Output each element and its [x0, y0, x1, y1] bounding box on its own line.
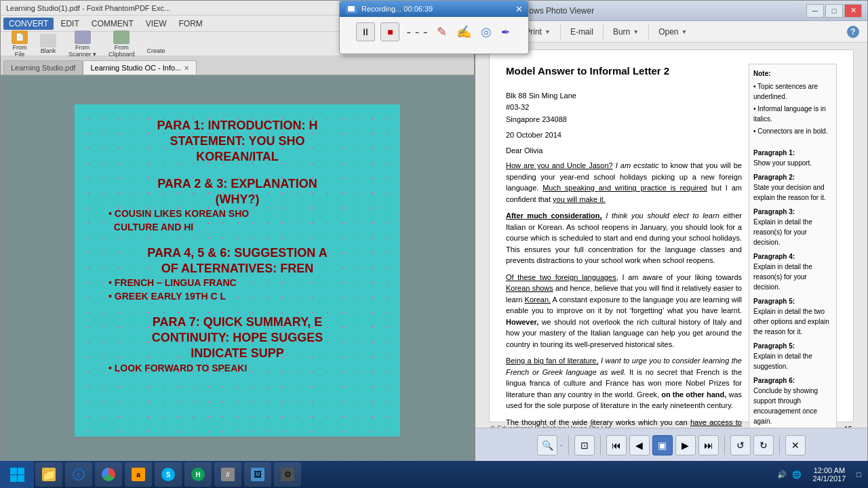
hangouts-icon: H — [191, 468, 205, 481]
taskbar-item-chrome[interactable] — [95, 462, 122, 487]
pdf-tabs: Learning Studio.pdf Learning Studio OC -… — [1, 56, 474, 75]
pause-button[interactable]: ⏸ — [356, 22, 375, 41]
note-box: Note: • Topic sentences are underlined. … — [749, 64, 837, 428]
taskbar: 📁 e a S H # 🖼 ⚙ 🔊 🌐 1 — [0, 461, 868, 488]
tab-learning-studio[interactable]: Learning Studio.pdf — [3, 60, 83, 75]
para-note-3: Paragraph 3: — [753, 207, 832, 217]
annotation-tool-2[interactable]: ✍ — [456, 24, 471, 39]
zoom-search-button[interactable]: 🔍 — [537, 435, 557, 455]
email-menu[interactable]: E-mail — [562, 24, 601, 39]
taskbar-clock: 12:00 AM 24/1/2017 — [807, 466, 851, 483]
first-page-button[interactable]: ⏮ — [606, 435, 627, 455]
para1-title: PARA 1: INTRODUCTION: H — [88, 118, 387, 134]
para7-line3: INDICATE SUPP — [88, 346, 387, 361]
photo-viewer-window: ILL2.3 - Windows Photo Viewer ─ □ ✕ File… — [475, 0, 868, 461]
para1-line3: KOREAN/ITAL — [88, 149, 387, 165]
menu-view[interactable]: VIEW — [140, 18, 172, 30]
dashed-line-button[interactable]: - - - — [406, 24, 427, 40]
chrome-icon — [102, 468, 115, 481]
slide-para-7: PARA 7: QUICK SUMMARY, E CONTINUITY: HOP… — [88, 314, 387, 375]
window-controls: ─ □ ✕ — [806, 4, 862, 18]
menu-comment[interactable]: COMMENT — [86, 18, 139, 30]
minimize-button[interactable]: ─ — [806, 4, 824, 18]
open-dropdown-arrow: ▼ — [682, 28, 688, 35]
taskbar-item-explorer[interactable]: 📁 — [35, 462, 62, 487]
tab-close-button[interactable]: ✕ — [184, 64, 189, 72]
taskbar-item-ie[interactable]: e — [65, 462, 92, 487]
taskbar-item-skype[interactable]: S — [155, 462, 182, 487]
current-page-button[interactable]: ▣ — [652, 435, 673, 455]
para-note-2: Paragraph 2: — [753, 172, 832, 182]
windows-logo — [9, 466, 25, 483]
notification-area[interactable]: □ — [856, 470, 861, 479]
from-file-button[interactable]: 📄 From File — [6, 29, 33, 59]
annotation-tool-1[interactable]: ✎ — [437, 24, 447, 39]
open-menu[interactable]: Open ▼ — [650, 24, 695, 39]
nav-sep-3 — [724, 436, 725, 455]
letter-box: Note: • Topic sentences are underlined. … — [489, 49, 854, 422]
recording-titlebar: Recording... 00:06:39 ✕ — [340, 1, 528, 17]
from-scanner-button[interactable]: From Scanner ▾ — [63, 29, 102, 59]
blank-button[interactable]: Blank — [35, 33, 62, 56]
note-item-2: • Informal language is in italics. — [753, 104, 832, 124]
menu-edit[interactable]: EDIT — [55, 18, 84, 30]
create-button[interactable]: Create — [142, 33, 171, 56]
svg-rect-2 — [10, 475, 17, 482]
pen-tool[interactable]: ✒ — [501, 26, 510, 39]
tray-icon-1: 🔊 — [777, 470, 787, 479]
taskbar-item-photo[interactable]: 🖼 — [244, 462, 271, 487]
taskbar-item-calc[interactable]: # — [214, 462, 241, 487]
recording-dialog: Recording... 00:06:39 ✕ ⏸ ■ - - - ✎ ✍ ◎ … — [339, 0, 529, 54]
recording-controls-area: ⏸ ■ - - - ✎ ✍ ◎ ✒ — [351, 17, 517, 47]
camera-icon — [345, 4, 357, 14]
clock-time: 12:00 AM — [812, 466, 846, 474]
menu-convert[interactable]: CONVERT — [3, 18, 54, 30]
para-note-3-desc: Explain in detail the reason(s) for your… — [753, 217, 832, 247]
taskbar-item-amazon[interactable]: a — [125, 462, 152, 487]
help-button[interactable]: ? — [839, 23, 867, 41]
pdf-window-title: Learning Studio(1).pdf - Foxit PhantomPD… — [6, 4, 170, 12]
rotate-ccw-button[interactable]: ↺ — [730, 435, 751, 455]
pdf-editor-window: Learning Studio(1).pdf - Foxit PhantomPD… — [0, 0, 475, 464]
close-button[interactable]: ✕ — [844, 4, 862, 18]
para-note-1-desc: Show your support. — [753, 158, 832, 168]
calc-icon: # — [221, 468, 235, 481]
nav-sep-2 — [600, 436, 601, 455]
taskbar-item-hangouts[interactable]: H — [184, 462, 212, 487]
para456-bullet2: • GREEK EARLY 19TH C L — [108, 290, 387, 304]
note-title: Note: — [753, 68, 832, 79]
stop-button[interactable]: ■ — [380, 22, 399, 41]
toolbar-group-from: 📄 From File Blank From Scanner ▾ From Cl… — [6, 29, 171, 59]
note-item-1: • Topic sentences are underlined. — [753, 81, 832, 102]
para23-bullet1: • COUSIN LIKES KOREAN SHO — [108, 207, 387, 221]
from-clipboard-button[interactable]: From Clipboard — [103, 29, 140, 59]
burn-menu[interactable]: Burn ▼ — [605, 24, 647, 39]
recording-close-button[interactable]: ✕ — [515, 4, 523, 14]
letter-content-area: Note: • Topic sentences are underlined. … — [475, 43, 867, 428]
menu-form[interactable]: FORM — [173, 18, 208, 30]
actual-size-button[interactable]: ⊡ — [574, 435, 595, 455]
tab-learning-studio-oc[interactable]: Learning Studio OC - Info... ✕ — [83, 60, 197, 75]
svg-rect-3 — [18, 475, 24, 482]
page-number: 15 — [844, 425, 852, 428]
amazon-icon: a — [132, 468, 145, 481]
explorer-icon: 📁 — [42, 468, 56, 481]
taskbar-item-app[interactable]: ⚙ — [274, 462, 301, 487]
para1-line2: STATEMENT: YOU SHO — [88, 134, 387, 149]
delete-button[interactable]: ✕ — [785, 435, 806, 455]
para23-bullet2: CULTURE AND HI — [108, 221, 387, 235]
pdf-page: PARA 1: INTRODUCTION: H STATEMENT: YOU S… — [1, 75, 474, 465]
app-icon: ⚙ — [281, 468, 294, 481]
para7-line2: CONTINUITY: HOPE SUGGES — [88, 330, 387, 346]
spotlight-tool[interactable]: ◎ — [481, 24, 492, 39]
para456-bullet1: • FRENCH – LINGUA FRANC — [108, 277, 387, 290]
rotate-cw-button[interactable]: ↻ — [753, 435, 774, 455]
next-page-button[interactable]: ▶ — [675, 435, 696, 455]
para456-line2: OF ALTERNATIVES: FREN — [88, 261, 387, 277]
maximize-button[interactable]: □ — [825, 4, 843, 18]
para23-title: PARA 2 & 3: EXPLANATION — [88, 176, 387, 192]
last-page-button[interactable]: ⏭ — [698, 435, 719, 455]
slide-para-23: PARA 2 & 3: EXPLANATION (WHY?) • COUSIN … — [88, 176, 387, 235]
prev-page-button[interactable]: ◀ — [629, 435, 650, 455]
start-button[interactable] — [0, 461, 34, 488]
